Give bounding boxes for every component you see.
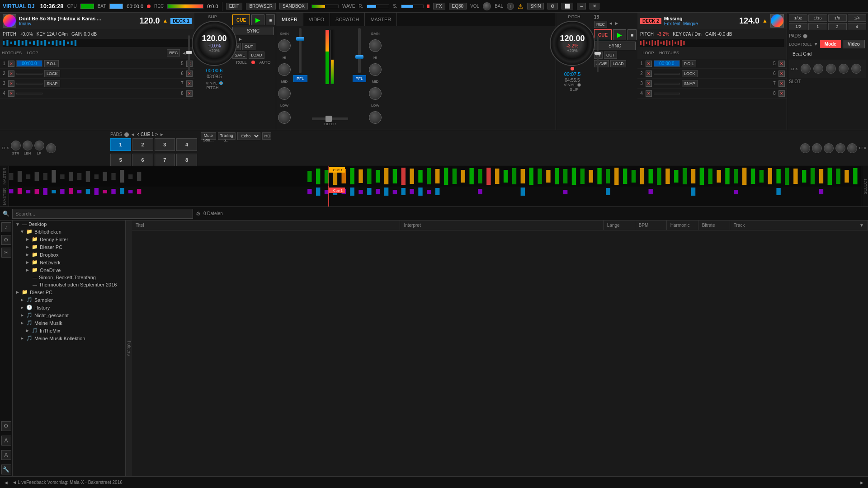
deck2-cue-x-5[interactable]: ✕	[778, 61, 785, 67]
deck2-cue-time-3[interactable]	[654, 83, 680, 84]
deck2-efx-b-knob-3[interactable]	[824, 143, 834, 153]
deck2-cue-x-7[interactable]: ✕	[778, 80, 785, 87]
skin-button[interactable]: SKIN	[527, 3, 544, 9]
deck2-efx-b-knob-5[interactable]	[847, 143, 857, 153]
deck1-pad-5[interactable]: 5	[110, 154, 131, 166]
sidebar-item-inthemix[interactable]: ► 🎵 InTheMix	[13, 327, 125, 334]
loop-btn-1[interactable]: 1	[808, 23, 827, 30]
deck1-cue-x-3[interactable]: ✕	[8, 80, 14, 87]
sidebar-item-dieser-pc[interactable]: ► 📁 Dieser PC	[13, 288, 125, 296]
side-icon-a2[interactable]: A	[1, 450, 11, 460]
tab-mixer[interactable]: MIXER	[276, 13, 303, 26]
deck1-echo-select[interactable]: Echo	[237, 132, 260, 140]
gear-icon[interactable]: ⚙	[196, 211, 201, 217]
hi-knob-r[interactable]	[369, 63, 382, 76]
search-input[interactable]	[12, 209, 193, 219]
deck2-cue-x-2[interactable]: ✕	[646, 70, 652, 77]
deck1-trailing-btn[interactable]: Trailing S...	[218, 132, 236, 140]
deck1-efx-extra-knob[interactable]	[46, 143, 56, 153]
sidebar-item-dieser-pc-sub[interactable]: ► 📁 Dieser PC	[13, 243, 125, 251]
sidebar-item-onedrive[interactable]: ► 📁 OneDrive	[13, 266, 125, 274]
mid-knob-l[interactable]	[278, 87, 291, 100]
sidebar-item-meine[interactable]: ► 🎵 Meine Musik	[13, 319, 125, 327]
deck1-mute-btn[interactable]: Mute Sou...	[201, 132, 216, 140]
deck2-vinyl[interactable]: 120.00 -3.2% +20%	[550, 21, 595, 66]
deck2-cue-x-4[interactable]: ✕	[646, 90, 652, 97]
side-icon-settings[interactable]: ⚙	[1, 235, 11, 245]
deck1-pitch-slider[interactable]	[188, 35, 190, 71]
sidebar-item-dropbox[interactable]: ► 📁 Dropbox	[13, 251, 125, 258]
fullscreen-button[interactable]: ⬜	[561, 3, 573, 9]
deck2-cue-time-4[interactable]	[654, 93, 680, 94]
deck2-out-btn[interactable]: OUT	[604, 52, 617, 59]
deck2-cue-x-6[interactable]: ✕	[778, 70, 785, 77]
fx-button[interactable]: FX	[433, 3, 445, 9]
deck1-lock-btn[interactable]: LOCK	[44, 70, 60, 77]
side-icon-wrench[interactable]: 🔧	[1, 465, 11, 474]
loop-btn-1-2[interactable]: 1/2	[789, 23, 807, 30]
fader-track-l[interactable]	[299, 28, 302, 73]
sidebar-item-denny[interactable]: ► 📁 Denny Floter	[13, 235, 125, 243]
sidebar-item-bibliotheken[interactable]: ▼ 📁 Bibliotheken	[13, 228, 125, 235]
sidebar-item-nicht[interactable]: ► 🎵 Nicht_gescannt	[13, 311, 125, 319]
deck1-cue-btn[interactable]: CUE	[232, 14, 250, 25]
bottom-arrow-right[interactable]: ►	[859, 480, 864, 485]
close-button[interactable]: ✕	[590, 3, 599, 9]
deck2-prev-icon[interactable]: ◄	[609, 21, 613, 28]
deck2-save-btn[interactable]: SAVE	[594, 60, 609, 67]
deck1-cue-time-3[interactable]	[16, 83, 42, 84]
deck1-vinyl[interactable]: 120.00 +0.0% +20%	[192, 21, 237, 66]
settings-button[interactable]: ⚙	[547, 3, 558, 9]
deck2-efx-knob-5[interactable]	[851, 64, 861, 74]
sidebar-item-sampler[interactable]: ► 🎵 Sampler	[13, 296, 125, 304]
col-dropdown-icon[interactable]: ▼	[859, 223, 864, 228]
deck2-efx-knob-1[interactable]	[801, 64, 811, 74]
deck1-cue-x-2[interactable]: ✕	[8, 70, 14, 77]
browser-button[interactable]: BROWSER	[246, 3, 276, 9]
deck1-pol-btn[interactable]: P.O.L	[44, 60, 59, 67]
deck2-rec-btn[interactable]: REC	[594, 21, 607, 28]
deck2-lr-dropdown[interactable]: ▼	[814, 42, 818, 47]
side-icon-tool[interactable]: ✂	[1, 248, 11, 258]
loop-btn-1-16[interactable]: 1/16	[808, 14, 827, 22]
deck2-pitch-slider[interactable]	[597, 36, 599, 72]
deck1-pad-4[interactable]: 4	[176, 138, 197, 151]
deck1-play-btn[interactable]: ▶	[251, 14, 264, 25]
col-track[interactable]: Track ▼	[730, 221, 868, 230]
side-icon-music[interactable]: ♪	[1, 222, 11, 232]
deck1-cue-x-4[interactable]: ✕	[8, 90, 14, 97]
deck2-efx-knob-2[interactable]	[813, 64, 823, 74]
deck2-efx-b-knob-2[interactable]	[812, 143, 822, 153]
col-interpret[interactable]: Interpret	[400, 221, 603, 230]
deck1-cue-x-8[interactable]: ✕	[186, 90, 193, 97]
side-icon-config[interactable]: ⚙	[1, 421, 11, 431]
deck2-pol-btn[interactable]: P.O.L	[682, 60, 696, 67]
loop-btn-2[interactable]: 2	[828, 23, 847, 30]
deck1-pad-8[interactable]: 8	[176, 154, 197, 166]
deck1-len-knob[interactable]	[23, 141, 33, 150]
deck2-stop-btn[interactable]: ■	[627, 29, 637, 40]
deck2-lock-btn[interactable]: LOCK	[682, 70, 698, 77]
sandbox-button[interactable]: SANDBOX	[279, 3, 308, 9]
deck2-cue-x-3[interactable]: ✕	[646, 80, 652, 87]
tab-scratch[interactable]: SCRATCH	[330, 13, 365, 26]
bottom-arrow-left[interactable]: ◄	[4, 480, 9, 485]
folders-handle[interactable]: Folders	[126, 221, 132, 476]
deck2-cue-time-2[interactable]	[654, 73, 680, 75]
deck2-cue-time-1[interactable]: 00:00.0	[654, 60, 680, 67]
col-titel[interactable]: Titel	[132, 221, 400, 230]
col-bitrate[interactable]: Bitrate	[698, 221, 730, 230]
gain-knob-r[interactable]	[369, 39, 382, 52]
hi-knob-l[interactable]	[278, 63, 291, 76]
deck1-sync-btn[interactable]: SYNC	[232, 27, 274, 35]
loop-btn-1-4[interactable]: 1/4	[848, 14, 866, 22]
deck2-efx-b-knob-1[interactable]	[800, 143, 810, 153]
deck1-pad-3[interactable]: 3	[155, 138, 175, 151]
deck1-cue-time-4[interactable]	[16, 93, 42, 94]
side-icon-a1[interactable]: A	[1, 436, 11, 446]
deck2-snap-btn[interactable]: SNAP	[682, 80, 698, 87]
sidebar-item-kollektion[interactable]: ► 🎵 Meine Musik Kollektion	[13, 334, 125, 342]
waveform-select-sidebar[interactable]: SELECT	[862, 166, 868, 206]
deck1-arrow-right[interactable]: ►	[238, 37, 243, 42]
deck2-next-icon[interactable]: ►	[614, 21, 619, 28]
